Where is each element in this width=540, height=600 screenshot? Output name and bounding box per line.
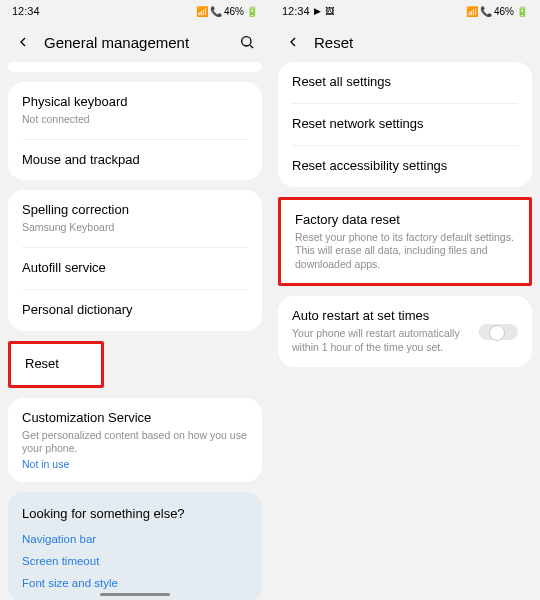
spacer-card [8, 62, 262, 72]
item-label: Factory data reset [295, 212, 515, 229]
status-icons: 📶 📞 46% 🔋 [196, 6, 258, 17]
item-spelling-correction[interactable]: Spelling correction Samsung Keyboard [8, 190, 262, 247]
wifi-icon: 📶 [466, 6, 478, 17]
item-sublabel: Samsung Keyboard [22, 221, 248, 235]
item-label: Autofill service [22, 260, 248, 277]
suggestion-link-screen-timeout[interactable]: Screen timeout [22, 555, 248, 567]
card-customization: Customization Service Get personalized c… [8, 398, 262, 482]
item-mouse-trackpad[interactable]: Mouse and trackpad [8, 140, 262, 181]
content-area: Physical keyboard Not connected Mouse an… [0, 62, 270, 600]
item-label: Reset accessibility settings [292, 158, 518, 175]
item-sublabel: Your phone will restart automatically wi… [292, 327, 467, 354]
battery-text: 46% [494, 6, 514, 17]
item-label: Reset all settings [292, 74, 518, 91]
item-reset-all-settings[interactable]: Reset all settings [278, 62, 532, 103]
card-input-devices: Physical keyboard Not connected Mouse an… [8, 82, 262, 180]
status-icons: 📶 📞 46% 🔋 [466, 6, 528, 17]
video-icon: ▶ [314, 6, 321, 16]
card-suggestions: Looking for something else? Navigation b… [8, 492, 262, 600]
item-label: Mouse and trackpad [22, 152, 248, 169]
item-status: Not in use [22, 458, 248, 470]
screen-general-management: 12:34 📶 📞 46% 🔋 General management Physi… [0, 0, 270, 600]
card-text-input: Spelling correction Samsung Keyboard Aut… [8, 190, 262, 330]
item-label: Reset network settings [292, 116, 518, 133]
item-label: Personal dictionary [22, 302, 248, 319]
header: General management [0, 22, 270, 62]
page-title: General management [44, 34, 226, 51]
item-autofill-service[interactable]: Autofill service [8, 248, 262, 289]
battery-text: 46% [224, 6, 244, 17]
item-reset-network-settings[interactable]: Reset network settings [278, 104, 532, 145]
item-personal-dictionary[interactable]: Personal dictionary [8, 290, 262, 331]
battery-icon: 🔋 [516, 6, 528, 17]
toggle-auto-restart[interactable] [479, 324, 518, 340]
wifi-icon: 📶 [196, 6, 208, 17]
item-label: Auto restart at set times [292, 308, 467, 325]
screen-reset: 12:34 ▶ 🖼 📶 📞 46% 🔋 Reset Reset all sett… [270, 0, 540, 600]
battery-icon: 🔋 [246, 6, 258, 17]
item-label: Physical keyboard [22, 94, 248, 111]
item-sublabel: Get personalized content based on how yo… [22, 429, 248, 456]
home-indicator[interactable] [100, 593, 170, 596]
search-icon[interactable] [238, 33, 256, 51]
svg-line-1 [250, 45, 253, 48]
item-sublabel: Reset your phone to its factory default … [295, 231, 515, 272]
back-icon[interactable] [284, 33, 302, 51]
suggestion-link-navigation-bar[interactable]: Navigation bar [22, 533, 248, 545]
card-reset-options: Reset all settings Reset network setting… [278, 62, 532, 187]
suggestions-heading: Looking for something else? [22, 506, 248, 521]
status-time: 12:34 [282, 5, 310, 17]
item-physical-keyboard[interactable]: Physical keyboard Not connected [8, 82, 262, 139]
suggestion-link-font-size[interactable]: Font size and style [22, 577, 248, 589]
signal-icon: 📞 [210, 6, 222, 17]
image-icon: 🖼 [325, 6, 334, 16]
item-reset[interactable]: Reset [11, 344, 101, 385]
svg-point-0 [242, 37, 251, 46]
header: Reset [270, 22, 540, 62]
item-label: Customization Service [22, 410, 248, 427]
item-label: Spelling correction [22, 202, 248, 219]
page-title: Reset [314, 34, 526, 51]
card-reset: Reset [8, 341, 104, 388]
item-auto-restart[interactable]: Auto restart at set times Your phone wil… [278, 296, 532, 366]
card-factory-reset: Factory data reset Reset your phone to i… [278, 197, 532, 287]
status-bar: 12:34 ▶ 🖼 📶 📞 46% 🔋 [270, 0, 540, 22]
card-auto-restart: Auto restart at set times Your phone wil… [278, 296, 532, 366]
content-area: Reset all settings Reset network setting… [270, 62, 540, 600]
status-bar: 12:34 📶 📞 46% 🔋 [0, 0, 270, 22]
status-time: 12:34 [12, 5, 40, 17]
item-customization-service[interactable]: Customization Service Get personalized c… [8, 398, 262, 482]
back-icon[interactable] [14, 33, 32, 51]
item-sublabel: Not connected [22, 113, 248, 127]
item-reset-accessibility-settings[interactable]: Reset accessibility settings [278, 146, 532, 187]
signal-icon: 📞 [480, 6, 492, 17]
item-label: Reset [25, 356, 87, 373]
item-factory-data-reset[interactable]: Factory data reset Reset your phone to i… [281, 200, 529, 284]
